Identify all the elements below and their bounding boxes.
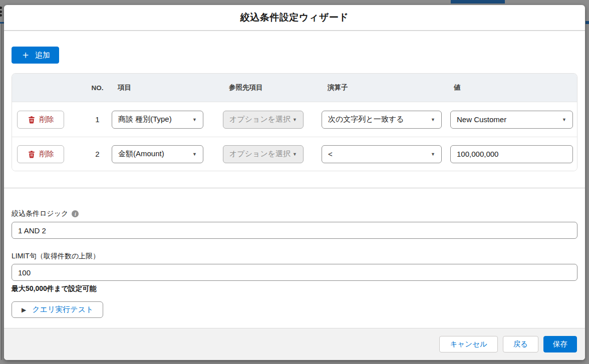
chevron-down-icon: ▼: [562, 117, 566, 122]
background-dot: [0, 14, 2, 17]
background-dot: [0, 11, 2, 13]
chevron-down-icon: ▼: [192, 117, 197, 122]
operator-dropdown[interactable]: 次の文字列と一致する ▼: [322, 111, 442, 129]
background-app-navy-bar: [451, 0, 505, 4]
chevron-down-icon: ▼: [192, 152, 197, 157]
chevron-down-icon: ▼: [292, 152, 297, 157]
field-dropdown-value: 商談 種別(Type): [118, 115, 172, 124]
query-test-button-label: クエリ実行テスト: [32, 305, 93, 314]
add-condition-button[interactable]: ＋ 追加: [12, 47, 59, 64]
operator-dropdown-value: <: [328, 150, 333, 158]
limit-clause-label: LIMIT句（取得件数の上限）: [12, 252, 100, 261]
plus-icon: ＋: [21, 50, 31, 60]
query-test-button[interactable]: ▶ クエリ実行テスト: [12, 301, 103, 318]
modal-footer: キャンセル 戻る 保存: [4, 328, 585, 360]
background-dot: [0, 7, 2, 9]
value-dropdown[interactable]: New Customer ▼: [450, 111, 573, 129]
condition-row: 削除 2 金額(Amount) ▼ オプションを選択 ▼ < ▼: [12, 137, 577, 171]
value-dropdown-value: New Customer: [457, 115, 506, 124]
column-header-value: 値: [450, 83, 577, 92]
row-number: 1: [83, 115, 112, 124]
reference-dropdown-placeholder: オプションを選択: [229, 115, 290, 124]
filter-logic-label: 絞込条件ロジック i: [12, 209, 79, 218]
reference-field-dropdown-disabled: オプションを選択 ▼: [223, 111, 304, 129]
play-icon: ▶: [22, 306, 26, 313]
cancel-button[interactable]: キャンセル: [439, 336, 497, 352]
limit-clause-input[interactable]: [12, 264, 577, 281]
delete-row-button[interactable]: 削除: [17, 145, 64, 163]
field-dropdown[interactable]: 商談 種別(Type) ▼: [112, 111, 203, 129]
trash-icon: [28, 116, 36, 124]
section-divider: [4, 188, 585, 188]
delete-button-label: 削除: [40, 115, 54, 124]
background-app-navy-edge: [585, 21, 589, 24]
value-text-input[interactable]: [450, 145, 573, 163]
operator-dropdown[interactable]: < ▼: [322, 145, 442, 163]
save-button[interactable]: 保存: [543, 336, 577, 352]
background-app-edge-line: [1, 24, 2, 360]
column-header-no: NO.: [83, 84, 112, 92]
chevron-down-icon: ▼: [431, 117, 435, 122]
filter-logic-label-text: 絞込条件ロジック: [12, 209, 68, 218]
filter-wizard-modal: 絞込条件設定ウィザード ＋ 追加 NO. 項目 参照先項目 演算子 値: [4, 5, 585, 360]
back-button[interactable]: 戻る: [503, 336, 538, 352]
field-dropdown[interactable]: 金額(Amount) ▼: [112, 145, 203, 163]
conditions-table-header: NO. 項目 参照先項目 演算子 値: [12, 74, 577, 102]
operator-dropdown-value: 次の文字列と一致する: [328, 115, 404, 124]
modal-title: 絞込条件設定ウィザード: [240, 11, 349, 24]
limit-helper-text: 最大50,000件まで設定可能: [12, 284, 96, 293]
info-icon[interactable]: i: [72, 210, 79, 217]
reference-dropdown-placeholder: オプションを選択: [229, 149, 290, 159]
column-header-field: 項目: [112, 83, 223, 92]
row-number: 2: [83, 150, 112, 158]
conditions-table: NO. 項目 参照先項目 演算子 値 削除 1: [12, 73, 577, 171]
delete-button-label: 削除: [40, 149, 54, 159]
reference-field-dropdown-disabled: オプションを選択 ▼: [223, 145, 304, 163]
modal-header: 絞込条件設定ウィザード: [4, 5, 585, 31]
delete-row-button[interactable]: 削除: [17, 111, 64, 129]
filter-logic-input[interactable]: [12, 222, 577, 239]
chevron-down-icon: ▼: [292, 117, 297, 122]
chevron-down-icon: ▼: [431, 152, 435, 157]
column-header-ref: 参照先項目: [223, 83, 322, 92]
trash-icon: [28, 150, 36, 158]
condition-row: 削除 1 商談 種別(Type) ▼ オプションを選択 ▼ 次の文字列と一致する: [12, 102, 577, 137]
field-dropdown-value: 金額(Amount): [118, 149, 164, 159]
limit-clause-label-text: LIMIT句（取得件数の上限）: [12, 252, 100, 261]
add-button-label: 追加: [35, 51, 50, 60]
column-header-operator: 演算子: [322, 83, 450, 92]
